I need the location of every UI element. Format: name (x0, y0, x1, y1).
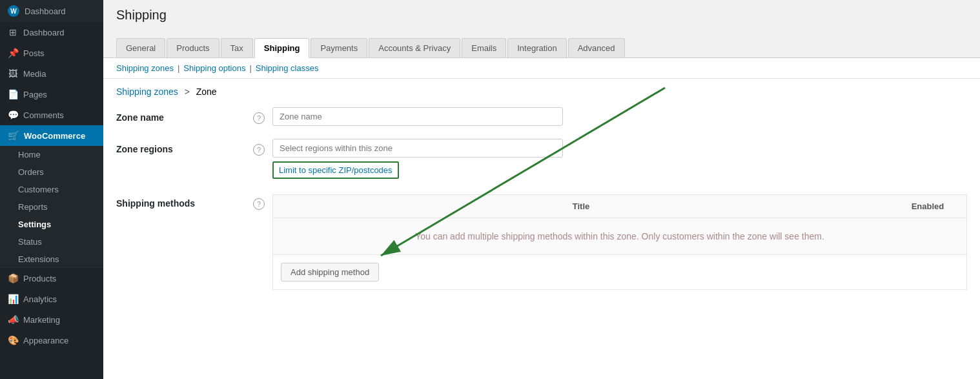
methods-enabled-header: Enabled (889, 195, 966, 218)
zone-name-help-icon[interactable]: ? (253, 112, 265, 124)
zone-name-label: Zone name (116, 107, 245, 123)
form-area: Zone name ? Zone regions ? Limit to spec… (103, 107, 980, 316)
woo-sub-settings-label: Settings (18, 220, 51, 229)
page-title: Shipping (103, 0, 980, 28)
sub-nav: Shipping zones | Shipping options | Ship… (103, 58, 980, 79)
breadcrumb: Shipping zones > Zone (103, 79, 980, 107)
woocommerce-header[interactable]: 🛒 WooCommerce (0, 125, 103, 146)
subnav-shipping-options[interactable]: Shipping options (183, 63, 245, 73)
tab-advanced[interactable]: Advanced (568, 38, 625, 57)
limit-zip-link[interactable]: Limit to specific ZIP/postcodes (272, 161, 399, 179)
shipping-methods-section: Title Enabled You can add multiple shipp… (272, 194, 967, 290)
woo-sub-extensions[interactable]: Extensions (0, 251, 103, 268)
sub-nav-sep-1: | (178, 63, 179, 73)
woo-sub-reports[interactable]: Reports (0, 198, 103, 216)
woo-sub-customers[interactable]: Customers (0, 181, 103, 198)
appearance-icon: 🎨 (8, 335, 18, 345)
zone-name-row: Zone name ? (116, 107, 967, 126)
sub-nav-sep-2: | (249, 63, 251, 73)
methods-table-header: Title Enabled (272, 194, 967, 218)
sidebar-item-label: Posts (23, 48, 45, 58)
woo-sub-settings[interactable]: Settings (0, 216, 103, 233)
subnav-shipping-zones[interactable]: Shipping zones (116, 63, 174, 73)
sidebar-item-label: Pages (23, 90, 47, 99)
woo-icon: 🛒 (8, 130, 19, 141)
zone-name-field (272, 107, 967, 126)
shipping-methods-label: Shipping methods (116, 192, 245, 209)
sidebar-products-label: Products (23, 274, 56, 283)
sidebar-item-comments[interactable]: 💬 Comments (0, 105, 103, 125)
content-area: Shipping zones | Shipping options | Ship… (103, 58, 980, 379)
woocommerce-section: 🛒 WooCommerce Home Orders Customers Repo… (0, 125, 103, 268)
sidebar-marketing-label: Marketing (23, 315, 60, 325)
marketing-icon: 📣 (8, 314, 18, 325)
analytics-icon: 📊 (8, 294, 18, 304)
tab-tax[interactable]: Tax (221, 38, 253, 57)
zone-name-input[interactable] (272, 107, 563, 126)
woo-sub-extensions-label: Extensions (18, 254, 59, 264)
tab-shipping[interactable]: Shipping (254, 38, 310, 58)
zone-regions-help-icon[interactable]: ? (253, 144, 265, 156)
sidebar-item-marketing[interactable]: 📣 Marketing (0, 309, 103, 330)
tab-products[interactable]: Products (167, 38, 219, 57)
tab-accounts-privacy[interactable]: Accounts & Privacy (369, 38, 460, 57)
woo-sub-customers-label: Customers (18, 185, 59, 194)
sidebar: W Dashboard ⊞ Dashboard 📌 Posts 🖼 Media … (0, 0, 103, 379)
breadcrumb-separator: > (185, 87, 190, 97)
sidebar-logo[interactable]: W Dashboard (0, 0, 103, 22)
methods-footer: Add shipping method (272, 255, 967, 290)
woo-sub-home[interactable]: Home (0, 146, 103, 163)
woo-sub-status[interactable]: Status (0, 233, 103, 251)
sidebar-site-label: Dashboard (25, 6, 66, 16)
sidebar-item-analytics[interactable]: 📊 Analytics (0, 289, 103, 309)
posts-icon: 📌 (8, 48, 18, 58)
dashboard-icon: ⊞ (8, 27, 18, 37)
woo-sub-orders[interactable]: Orders (0, 163, 103, 181)
woo-sub-status-label: Status (18, 237, 42, 247)
shipping-methods-help-icon[interactable]: ? (253, 198, 265, 210)
methods-empty-text: You can add multiple shipping methods wi… (286, 231, 954, 241)
zone-regions-row: Zone regions ? Limit to specific ZIP/pos… (116, 139, 967, 179)
tabs-bar: General Products Tax Shipping Payments A… (103, 28, 980, 58)
sidebar-item-label: Comments (23, 110, 64, 120)
methods-title-header: Title (273, 195, 889, 218)
breadcrumb-current: Zone (196, 87, 217, 97)
main-content: Shipping General Products Tax Shipping P… (103, 0, 980, 379)
subnav-shipping-classes[interactable]: Shipping classes (256, 63, 319, 73)
sidebar-item-appearance[interactable]: 🎨 Appearance (0, 330, 103, 351)
shipping-methods-row: Shipping methods ? Title Enabled You can… (116, 192, 967, 290)
pages-icon: 📄 (8, 89, 18, 99)
products-icon: 📦 (8, 273, 18, 283)
sidebar-item-pages[interactable]: 📄 Pages (0, 84, 103, 105)
media-icon: 🖼 (8, 68, 18, 79)
woo-sub-orders-label: Orders (18, 167, 44, 177)
methods-empty-area: You can add multiple shipping methods wi… (272, 218, 967, 255)
sidebar-item-label: Media (23, 69, 46, 79)
zone-regions-field: Limit to specific ZIP/postcodes (272, 139, 967, 179)
breadcrumb-parent[interactable]: Shipping zones (116, 87, 178, 97)
tab-payments[interactable]: Payments (311, 38, 367, 57)
sidebar-item-posts[interactable]: 📌 Posts (0, 43, 103, 63)
tab-integration[interactable]: Integration (507, 38, 566, 57)
add-shipping-method-button[interactable]: Add shipping method (281, 263, 379, 282)
wp-logo-icon: W (8, 5, 19, 17)
sidebar-item-products[interactable]: 📦 Products (0, 268, 103, 289)
zone-regions-input[interactable] (272, 139, 563, 158)
tab-general[interactable]: General (116, 38, 165, 57)
sidebar-appearance-label: Appearance (23, 336, 68, 345)
zone-regions-label: Zone regions (116, 139, 245, 154)
tab-emails[interactable]: Emails (462, 38, 506, 57)
woo-sub-reports-label: Reports (18, 202, 48, 212)
sidebar-item-media[interactable]: 🖼 Media (0, 63, 103, 84)
woo-sub-home-label: Home (18, 150, 41, 159)
sidebar-item-label: Dashboard (23, 28, 65, 37)
sidebar-item-dashboard[interactable]: ⊞ Dashboard (0, 22, 103, 43)
comments-icon: 💬 (8, 110, 18, 120)
woocommerce-label: WooCommerce (24, 131, 85, 141)
sidebar-analytics-label: Analytics (23, 294, 57, 304)
